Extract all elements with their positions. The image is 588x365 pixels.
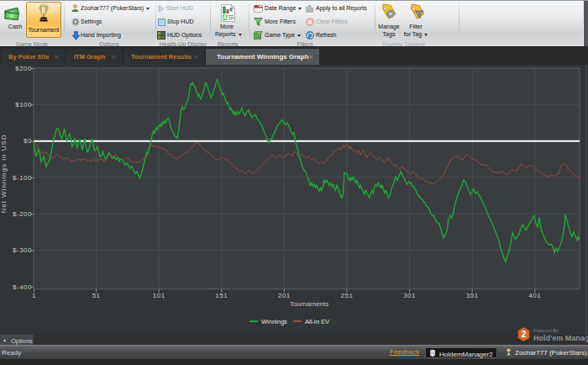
svg-text:2: 2: [522, 330, 527, 339]
svg-text:Powered By: Powered By: [533, 328, 559, 333]
svg-text:Hold'em Manager: Hold'em Manager: [533, 334, 588, 342]
svg-text:A: A: [223, 14, 227, 20]
